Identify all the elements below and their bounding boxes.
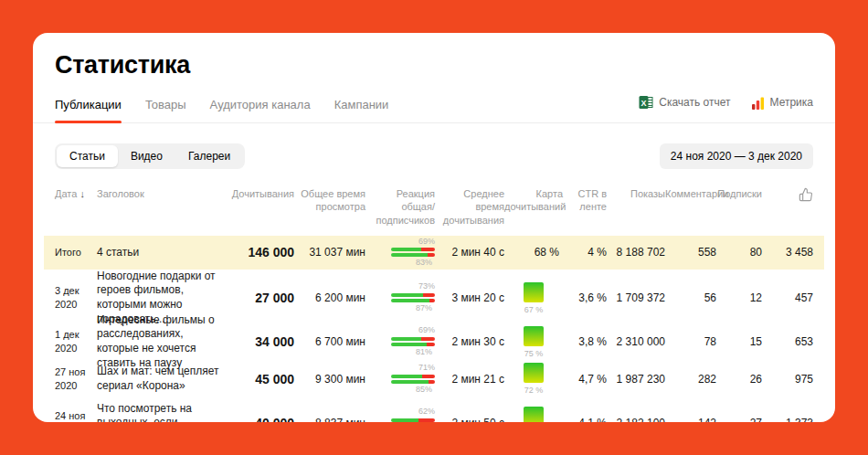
reaction-subs-label: 83% (391, 259, 435, 268)
reaction-total-label: 62% (391, 407, 435, 417)
readmap-square (524, 407, 544, 422)
col-comments: Комментарии (665, 187, 716, 200)
download-report-button[interactable]: X Скачать отчет (639, 95, 730, 110)
publication-row[interactable]: 1 дек 2020Интересные фильмы о расследова… (44, 313, 824, 357)
subs-cell: 80 (716, 246, 762, 259)
comments-cell: 282 (665, 373, 716, 386)
date-cell: 1 дек 2020 (55, 328, 97, 355)
title-cell: Что посмотреть на выходных, если хочется… (97, 402, 225, 423)
excel-icon: X (639, 95, 653, 110)
title-cell: Шах и мат: чем цепляет сериал «Корона» (97, 365, 225, 393)
filter-row: Статьи Видео Галереи 24 ноя 2020 — 3 дек… (55, 143, 813, 169)
reaction-widget: 62%80% (391, 407, 435, 422)
type-videos[interactable]: Видео (118, 145, 175, 167)
map-cell: 75 % (504, 326, 563, 358)
ctr-cell: 4,1 % (563, 417, 607, 422)
date-cell: Итого (55, 246, 97, 259)
reaction-cell: 71%85% (365, 364, 435, 395)
tab-publications[interactable]: Публикации (55, 92, 122, 122)
avg-time-cell: 2 мин 21 с (435, 373, 504, 386)
col-ctr: CTR в ленте (563, 187, 607, 214)
tab-campaigns[interactable]: Кампании (334, 92, 389, 122)
reaction-subs-label: 87% (391, 304, 435, 313)
date-cell: 27 ноя 2020 (55, 365, 97, 393)
type-articles[interactable]: Статьи (57, 145, 118, 167)
reaction-cell: 62%80% (365, 407, 435, 422)
reaction-cell: 73%87% (365, 282, 435, 313)
subs-cell: 15 (716, 335, 762, 348)
map-cell: 68 % (504, 246, 563, 259)
ctr-cell: 4,7 % (563, 373, 607, 386)
reaction-total-bar (391, 418, 435, 422)
readmap-square (524, 282, 544, 302)
reaction-subs-label: 81% (391, 348, 435, 357)
reads-cell: 27 000 (225, 291, 294, 305)
reads-cell: 34 000 (225, 334, 294, 349)
subs-cell: 26 (716, 373, 762, 386)
subs-cell: 27 (716, 417, 762, 422)
reaction-total-bar (391, 293, 435, 297)
table-body: Итого4 статьи146 00031 037 мин69%83%2 ми… (44, 236, 824, 422)
readmap-widget: 61 % (504, 407, 563, 422)
ctr-cell: 3,8 % (563, 335, 607, 348)
publication-row[interactable]: 24 ноя 2020Что посмотреть на выходных, е… (44, 401, 824, 422)
reaction-subs-bar (391, 253, 435, 257)
col-shows: Показы (607, 187, 665, 200)
time-cell: 9 300 мин (294, 373, 365, 386)
svg-text:X: X (641, 99, 647, 108)
reads-cell: 146 000 (225, 245, 294, 259)
tab-audience[interactable]: Аудитория канала (210, 92, 311, 122)
reads-cell: 45 000 (225, 372, 294, 386)
likes-cell: 1 373 (762, 417, 813, 422)
ctr-cell: 3,6 % (563, 291, 607, 304)
reaction-total-bar (391, 375, 435, 378)
metrika-button[interactable]: Метрика (751, 96, 813, 110)
reaction-subs-bar (391, 299, 435, 302)
reaction-total-bar (391, 248, 435, 251)
readmap-widget: 75 % (504, 326, 563, 358)
page-background: { "header": { "title": "Статистика", "ta… (0, 0, 868, 455)
reaction-widget: 69%81% (391, 326, 435, 357)
col-title: Заголовок (97, 187, 225, 200)
time-cell: 6 700 мин (294, 335, 365, 348)
readmap-widget: 72 % (504, 363, 563, 395)
reaction-cell: 69%83% (365, 238, 435, 269)
reaction-total-label: 69% (391, 326, 435, 335)
shows-cell: 2 310 000 (607, 335, 665, 348)
shows-cell: 1 709 372 (607, 291, 665, 304)
tab-bar: Публикации Товары Аудитория канала Кампа… (33, 92, 835, 123)
download-report-label: Скачать отчет (659, 96, 730, 109)
avg-time-cell: 2 мин 30 с (435, 335, 504, 348)
comments-cell: 558 (665, 246, 716, 259)
readmap-widget: 67 % (504, 282, 563, 314)
col-time: Общее время просмотра (294, 187, 365, 214)
stats-table: Дата ↓ Заголовок Дочитывания Общее время… (33, 184, 835, 422)
tab-goods[interactable]: Товары (145, 92, 186, 122)
date-range-button[interactable]: 24 ноя 2020 — 3 дек 2020 (660, 143, 813, 169)
stats-card: Статистика Публикации Товары Аудитория к… (33, 33, 835, 422)
metrika-icon (751, 96, 765, 110)
readmap-square (524, 363, 544, 383)
comments-cell: 56 (665, 291, 716, 304)
likes-cell: 3 458 (762, 246, 813, 259)
reaction-widget: 71%85% (391, 364, 435, 395)
metrika-label: Метрика (770, 96, 813, 109)
col-map: Карта дочитываний (504, 187, 563, 214)
shows-cell: 1 987 230 (607, 373, 665, 386)
total-row[interactable]: Итого4 статьи146 00031 037 мин69%83%2 ми… (44, 236, 824, 270)
reaction-cell: 69%81% (365, 326, 435, 357)
col-date[interactable]: Дата ↓ (55, 187, 97, 200)
page-title: Статистика (55, 51, 813, 79)
reaction-total-label: 71% (391, 364, 435, 373)
table-header: Дата ↓ Заголовок Дочитывания Общее время… (44, 184, 824, 236)
shows-cell: 8 188 702 (607, 246, 665, 259)
map-cell: 61 % (504, 407, 563, 422)
col-reaction: Реакция общая/ подписчиков (365, 187, 435, 227)
type-galleries[interactable]: Галереи (175, 145, 243, 167)
avg-time-cell: 3 мин 20 с (435, 291, 504, 304)
publication-row[interactable]: 3 дек 2020Новогодние подарки от героев ф… (44, 270, 824, 313)
col-subs: Подписки (716, 187, 762, 200)
likes-cell: 975 (762, 373, 813, 386)
reaction-total-bar (391, 337, 435, 341)
reaction-widget: 69%83% (391, 238, 435, 269)
